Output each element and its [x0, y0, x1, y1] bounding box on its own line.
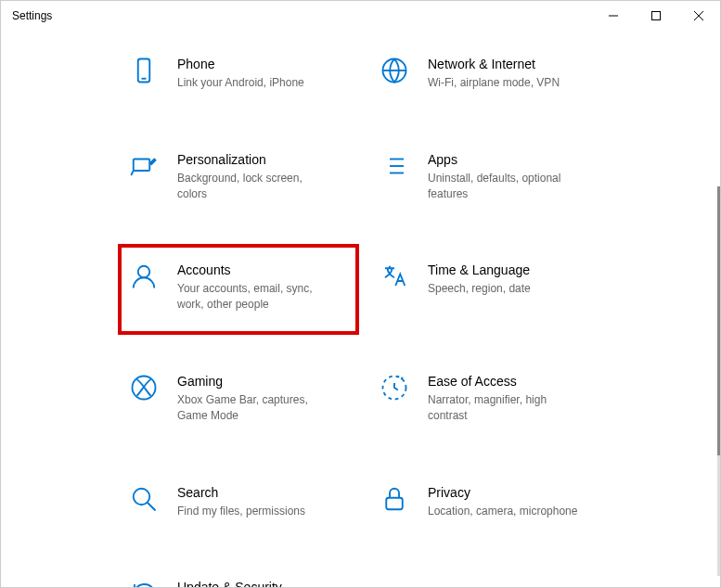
category-text: AppsUninstall, defaults, optional featur…	[428, 152, 586, 202]
settings-grid: PhoneLink your Android, iPhoneNetwork & …	[122, 49, 720, 587]
category-description: Location, camera, microphone	[428, 504, 577, 519]
category-title: Ease of Access	[428, 374, 586, 389]
category-title: Phone	[177, 57, 304, 71]
category-search[interactable]: SearchFind my files, permissions	[122, 478, 363, 527]
person-icon	[129, 262, 159, 292]
category-text: PersonalizationBackground, lock screen, …	[177, 152, 335, 202]
category-text: Network & InternetWi-Fi, airplane mode, …	[428, 57, 560, 91]
content-area: PhoneLink your Android, iPhoneNetwork & …	[1, 31, 720, 587]
category-privacy[interactable]: PrivacyLocation, camera, microphone	[372, 478, 613, 527]
category-title: Personalization	[177, 152, 335, 167]
category-title: Network & Internet	[428, 57, 560, 71]
category-description: Xbox Game Bar, captures, Game Mode	[177, 392, 335, 424]
minimize-button[interactable]	[592, 1, 635, 31]
maximize-button[interactable]	[635, 1, 677, 31]
category-title: Gaming	[177, 374, 335, 389]
category-title: Privacy	[428, 485, 577, 500]
category-text: SearchFind my files, permissions	[177, 485, 305, 519]
list-icon	[380, 152, 409, 182]
category-text: Time & LanguageSpeech, region, date	[428, 262, 531, 313]
category-description: Background, lock screen, colors	[177, 171, 335, 202]
category-text: GamingXbox Game Bar, captures, Game Mode	[177, 374, 335, 424]
category-title: Apps	[428, 152, 586, 167]
ease-icon	[380, 374, 409, 403]
category-apps[interactable]: AppsUninstall, defaults, optional featur…	[372, 145, 613, 210]
category-text: PrivacyLocation, camera, microphone	[428, 485, 577, 519]
category-personalization[interactable]: PersonalizationBackground, lock screen, …	[122, 145, 363, 210]
category-title: Search	[177, 485, 305, 500]
category-description: Find my files, permissions	[177, 504, 305, 519]
category-phone[interactable]: PhoneLink your Android, iPhone	[122, 49, 363, 98]
category-description: Your accounts, email, sync, work, other …	[177, 281, 335, 313]
lock-icon	[380, 485, 409, 515]
category-ease[interactable]: Ease of AccessNarrator, magnifier, high …	[372, 366, 613, 431]
category-description: Wi-Fi, airplane mode, VPN	[428, 75, 560, 91]
category-text: Ease of AccessNarrator, magnifier, high …	[428, 374, 586, 424]
xbox-icon	[129, 374, 159, 403]
scrollbar-thumb[interactable]	[717, 186, 720, 455]
category-time[interactable]: Time & LanguageSpeech, region, date	[372, 255, 613, 320]
titlebar: Settings	[1, 1, 720, 31]
category-title: Time & Language	[428, 262, 531, 277]
window-controls	[592, 1, 720, 31]
category-text: AccountsYour accounts, email, sync, work…	[177, 262, 335, 313]
phone-icon	[129, 57, 159, 86]
category-accounts[interactable]: AccountsYour accounts, email, sync, work…	[118, 244, 359, 335]
sync-icon	[129, 580, 159, 587]
category-gaming[interactable]: GamingXbox Game Bar, captures, Game Mode	[122, 366, 363, 431]
window-title: Settings	[12, 9, 592, 22]
category-update[interactable]: Update & SecurityWindows Update, recover…	[122, 572, 363, 587]
translate-icon	[380, 262, 409, 292]
search-icon	[129, 485, 159, 515]
category-description: Narrator, magnifier, high contrast	[428, 392, 586, 424]
category-title: Accounts	[177, 262, 335, 277]
category-text: Update & SecurityWindows Update, recover…	[177, 580, 335, 587]
category-network[interactable]: Network & InternetWi-Fi, airplane mode, …	[372, 49, 613, 98]
svg-rect-1	[652, 12, 661, 20]
category-description: Speech, region, date	[428, 281, 531, 297]
category-description: Uninstall, defaults, optional features	[428, 171, 586, 202]
category-description: Link your Android, iPhone	[177, 75, 304, 91]
paint-icon	[129, 152, 159, 182]
close-button[interactable]	[677, 1, 720, 31]
globe-icon	[380, 57, 409, 86]
category-text: PhoneLink your Android, iPhone	[177, 57, 304, 91]
category-title: Update & Security	[177, 580, 335, 587]
